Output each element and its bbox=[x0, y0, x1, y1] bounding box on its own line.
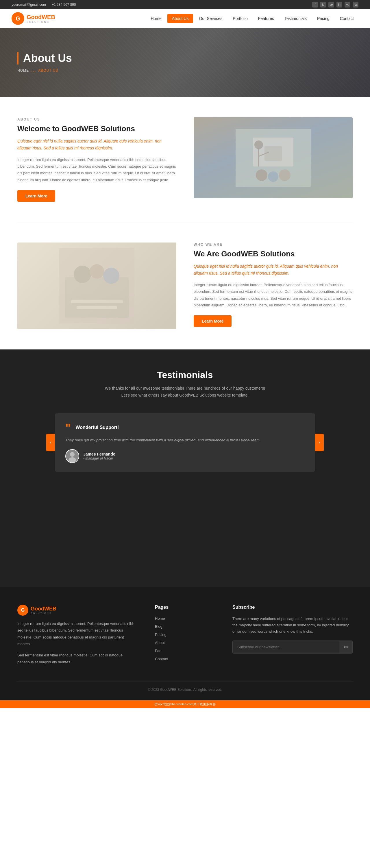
footer-link-about[interactable]: About bbox=[155, 640, 215, 645]
twitter-icon[interactable]: tw bbox=[328, 2, 334, 7]
svg-rect-15 bbox=[76, 306, 117, 309]
newsletter-form: ✉ bbox=[233, 641, 353, 654]
nav-home[interactable]: Home bbox=[146, 14, 166, 23]
whoweare-title: We Are GoodWEB Solutions bbox=[194, 249, 353, 258]
testimonial-container: ‹ " Wonderful Support! They have got my … bbox=[55, 413, 315, 472]
nav-about-us[interactable]: About Us bbox=[167, 14, 193, 23]
about-body: Integer rutrum ligula eu dignissim laore… bbox=[17, 156, 176, 184]
testimonial-next-button[interactable]: › bbox=[315, 434, 324, 451]
whoweare-body: Integer rutrum ligula eu dignissim laore… bbox=[194, 282, 353, 309]
youtube-icon[interactable]: yt bbox=[345, 2, 350, 7]
footer-grid: G GoodWEB SOLUTIONS Integer rutrum ligul… bbox=[17, 605, 353, 670]
footer-pages-col: Pages Home Blog Pricing About Faq Contac… bbox=[155, 605, 215, 670]
footer: G GoodWEB SOLUTIONS Integer rutrum ligul… bbox=[0, 587, 370, 700]
about-text-block: ABOUT US Welcome to GoodWEB Solutions Qu… bbox=[17, 117, 176, 202]
author-info: James Fernando - Manager of Racer bbox=[83, 452, 115, 460]
nav-contact[interactable]: Contact bbox=[335, 14, 359, 23]
svg-point-6 bbox=[254, 141, 263, 149]
topbar-social: f ig tw in yt rss bbox=[312, 2, 359, 7]
about-section: ABOUT US Welcome to GoodWEB Solutions Qu… bbox=[0, 97, 370, 222]
author-name: James Fernando bbox=[83, 452, 115, 456]
watermark-bar: 访问xz战技bbs.xienlao.com来下载更多内容 bbox=[0, 700, 370, 708]
testimonial-prev-button[interactable]: ‹ bbox=[46, 434, 55, 451]
whoweare-section: WHO WE ARE We Are GoodWEB Solutions Quis… bbox=[0, 222, 370, 349]
svg-point-4 bbox=[279, 169, 290, 181]
header: G GoodWEB SOLUTIONS Home About Us Our Se… bbox=[0, 9, 370, 28]
footer-subscribe-title: Subscribe bbox=[233, 605, 353, 610]
footer-logo-text-block: GoodWEB SOLUTIONS bbox=[31, 606, 56, 615]
testimonial-author: James Fernando - Manager of Racer bbox=[65, 449, 305, 463]
about-title: Welcome to GoodWEB Solutions bbox=[17, 124, 176, 133]
about-learn-more-button[interactable]: Learn More bbox=[17, 190, 55, 202]
nav-pricing[interactable]: Pricing bbox=[312, 14, 334, 23]
svg-point-17 bbox=[70, 452, 74, 457]
footer-pages-list: Home Blog Pricing About Faq Contact bbox=[155, 616, 215, 661]
svg-point-2 bbox=[256, 169, 267, 181]
footer-subscribe-col: Subscribe There are many variations of p… bbox=[233, 605, 353, 670]
whoweare-text-block: WHO WE ARE We Are GoodWEB Solutions Quis… bbox=[194, 243, 353, 327]
about-office-image bbox=[194, 117, 353, 198]
author-role: - Manager of Racer bbox=[83, 456, 115, 460]
breadcrumb: HOME ... ABOUT US bbox=[17, 68, 370, 73]
about-tag: ABOUT US bbox=[17, 117, 176, 121]
nav-our-services[interactable]: Our Services bbox=[194, 14, 227, 23]
svg-point-13 bbox=[103, 268, 119, 284]
author-avatar bbox=[65, 449, 79, 463]
breadcrumb-separator: ... bbox=[31, 68, 36, 73]
breadcrumb-current: ABOUT US bbox=[38, 68, 58, 72]
logo-text-block: GoodWEB SOLUTIONS bbox=[27, 14, 55, 23]
rss-icon[interactable]: rss bbox=[353, 2, 359, 7]
breadcrumb-home[interactable]: HOME bbox=[17, 68, 29, 72]
svg-point-11 bbox=[74, 266, 91, 283]
svg-point-12 bbox=[90, 264, 104, 279]
newsletter-input[interactable] bbox=[233, 641, 339, 653]
logo-subtitle: SOLUTIONS bbox=[27, 21, 55, 23]
nav-features[interactable]: Features bbox=[253, 14, 279, 23]
svg-rect-14 bbox=[71, 300, 123, 303]
whoweare-image bbox=[17, 243, 176, 329]
footer-pages-title: Pages bbox=[155, 605, 215, 610]
testimonial-headline: Wonderful Support! bbox=[75, 425, 119, 430]
footer-logo[interactable]: G GoodWEB SOLUTIONS bbox=[17, 605, 137, 616]
page-title: About Us bbox=[17, 52, 370, 64]
svg-rect-5 bbox=[265, 146, 282, 161]
footer-link-home[interactable]: Home bbox=[155, 616, 215, 621]
footer-about-text2: Sed fermentum est vitae rhoncus molestie… bbox=[17, 652, 137, 665]
watermark-text: 访问xz战技bbs.xienlao.com来下载更多内容 bbox=[154, 702, 216, 706]
footer-subscribe-desc: There are many variations of passages of… bbox=[233, 616, 353, 635]
footer-link-faq[interactable]: Faq bbox=[155, 648, 215, 653]
svg-rect-10 bbox=[65, 277, 129, 318]
footer-bottom: © 2023 GoodWEB Solutions. All rights res… bbox=[17, 682, 353, 692]
testimonial-header: " Wonderful Support! bbox=[65, 422, 305, 434]
logo[interactable]: G GoodWEB SOLUTIONS bbox=[11, 12, 55, 25]
linkedin-icon[interactable]: in bbox=[336, 2, 342, 7]
about-intro: Quisque eget nisl id nulla sagittis auct… bbox=[17, 138, 176, 152]
hero-banner: About Us HOME ... ABOUT US bbox=[0, 28, 370, 97]
quote-mark-icon: " bbox=[65, 422, 71, 434]
testimonials-title: Testimonials bbox=[17, 370, 353, 380]
testimonial-card: " Wonderful Support! They have got my pr… bbox=[55, 413, 315, 472]
footer-logo-name: GoodWEB bbox=[31, 606, 56, 612]
testimonials-extra-space bbox=[17, 480, 353, 567]
nav-testimonials[interactable]: Testimonials bbox=[280, 14, 311, 23]
footer-link-blog[interactable]: Blog bbox=[155, 624, 215, 629]
logo-name: GoodWEB bbox=[27, 14, 55, 21]
footer-copyright: © 2023 GoodWEB Solutions. All rights res… bbox=[148, 688, 222, 692]
topbar-phone: +1 234 567 890 bbox=[52, 3, 76, 7]
whoweare-learn-more-button[interactable]: Learn More bbox=[194, 315, 232, 327]
footer-logo-sub: SOLUTIONS bbox=[31, 612, 56, 615]
testimonials-subtitle: We thanks for all our awesome testimonia… bbox=[17, 385, 353, 399]
instagram-icon[interactable]: ig bbox=[320, 2, 326, 7]
topbar-email: youremail@gmail.com bbox=[11, 3, 46, 7]
facebook-icon[interactable]: f bbox=[312, 2, 318, 7]
testimonials-section: Testimonials We thanks for all our aweso… bbox=[0, 349, 370, 587]
whoweare-tag: WHO WE ARE bbox=[194, 243, 353, 247]
main-nav: Home About Us Our Services Portfolio Fea… bbox=[146, 14, 359, 23]
svg-point-3 bbox=[268, 172, 278, 182]
whoweare-intro: Quisque eget nisl id nulla sagittis auct… bbox=[194, 263, 353, 277]
logo-icon: G bbox=[11, 12, 24, 25]
footer-link-pricing[interactable]: Pricing bbox=[155, 632, 215, 637]
nav-portfolio[interactable]: Portfolio bbox=[228, 14, 252, 23]
newsletter-submit-button[interactable]: ✉ bbox=[339, 641, 352, 653]
footer-link-contact[interactable]: Contact bbox=[155, 656, 215, 661]
